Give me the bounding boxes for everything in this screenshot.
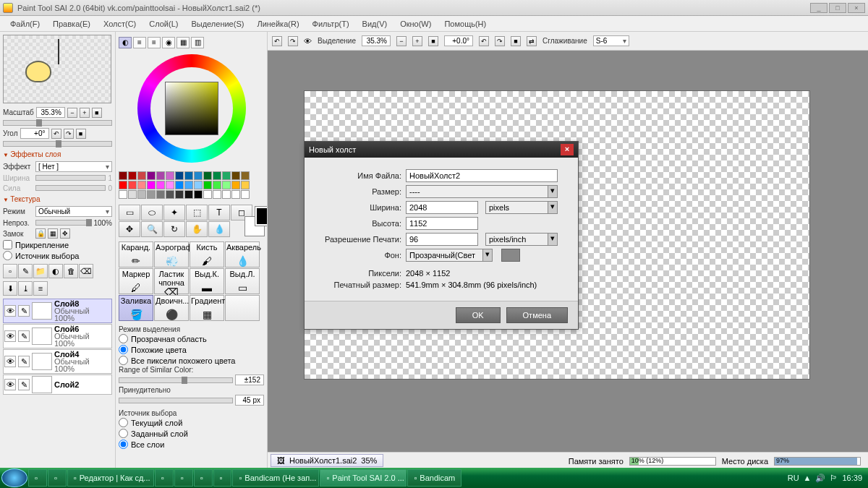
smoothing-dropdown[interactable]: S-6 <box>593 35 629 46</box>
edit-icon[interactable]: ✎ <box>18 330 30 342</box>
edit-icon[interactable]: ✎ <box>18 379 30 390</box>
swatch[interactable] <box>119 181 127 189</box>
toolbar-zoom[interactable]: 35.3% <box>362 35 391 46</box>
swatch[interactable] <box>175 181 184 189</box>
minimize-button[interactable]: _ <box>810 3 827 13</box>
rotate-reset-button[interactable]: ■ <box>76 129 86 139</box>
swatch[interactable] <box>147 181 156 189</box>
brush-Каранд.[interactable]: Каранд.✏ <box>119 241 153 267</box>
dialog-titlebar[interactable]: Новый холст × <box>305 142 578 158</box>
edit-icon[interactable]: ✎ <box>18 356 30 367</box>
undo-icon[interactable]: ↶ <box>272 36 282 46</box>
taskbar-item[interactable]: ▫Bandicam <box>407 469 461 487</box>
eyedropper-tool[interactable]: 💧 <box>208 221 230 237</box>
edit-icon[interactable]: ✎ <box>18 305 30 317</box>
document-tab[interactable]: 🖼НовыйХолст1.sai235% <box>271 454 383 467</box>
move-tool[interactable]: ✥ <box>119 221 140 237</box>
swatch[interactable] <box>166 181 174 189</box>
delete-layer-icon[interactable]: 🗑 <box>64 264 78 278</box>
brush-Выд.Л.[interactable]: Выд.Л.▭ <box>225 268 260 294</box>
navigator[interactable] <box>3 35 111 103</box>
new-folder-icon[interactable]: 📁 <box>33 264 48 278</box>
force-slider[interactable] <box>119 398 233 403</box>
rotate-cw-button[interactable]: ↷ <box>64 129 74 139</box>
taskbar-item[interactable]: ▫ <box>174 469 193 487</box>
close-button[interactable]: × <box>848 3 865 13</box>
swatch[interactable] <box>175 171 184 180</box>
taskbar-item[interactable]: ▫ <box>48 469 67 487</box>
layer-item[interactable]: 👁✎Слой8Обычный100% <box>3 299 112 323</box>
opacity-slider[interactable] <box>35 220 91 226</box>
layer-item[interactable]: 👁✎Слой2 <box>3 374 112 395</box>
swatch[interactable] <box>128 190 137 199</box>
swatch[interactable] <box>241 190 250 199</box>
zoom-reset-button[interactable]: ■ <box>92 108 102 118</box>
rotate-ccw-button[interactable]: ↶ <box>51 129 61 139</box>
layer-effects-header[interactable]: Эффекты слоя <box>3 148 112 160</box>
menu-ruler[interactable]: Линейка(R) <box>251 18 305 30</box>
menu-view[interactable]: Вид(V) <box>357 18 393 30</box>
rect-select-tool[interactable]: ▭ <box>119 205 140 221</box>
swatch[interactable] <box>166 171 174 180</box>
lock-all-icon[interactable]: 🔒 <box>35 228 46 239</box>
swatch[interactable] <box>156 181 165 189</box>
menu-filter[interactable]: Фильтр(T) <box>307 18 355 30</box>
color-wheel-icon[interactable]: ◐ <box>119 37 132 48</box>
swatch[interactable] <box>128 181 137 189</box>
text-tool[interactable]: T <box>208 205 230 221</box>
swatches-icon[interactable]: ▦ <box>176 37 190 48</box>
menu-layer[interactable]: Слой(L) <box>143 18 184 30</box>
zoom-out-button[interactable]: − <box>67 108 77 118</box>
selmode-transparent-radio[interactable] <box>119 334 128 343</box>
brush-Акварель[interactable]: Акварель💧 <box>225 241 260 267</box>
cancel-button[interactable]: Отмена <box>506 307 568 323</box>
swatch[interactable] <box>222 171 231 180</box>
visibility-icon[interactable]: 👁 <box>4 356 16 367</box>
move-sel-tool[interactable]: ⬚ <box>186 205 208 221</box>
color-fg-bg[interactable] <box>255 207 264 236</box>
ok-button[interactable]: OK <box>456 307 501 323</box>
width-input[interactable] <box>406 201 478 214</box>
swatch[interactable] <box>128 171 137 180</box>
toolbar-flip-icon[interactable]: ⇄ <box>527 36 537 46</box>
swatch[interactable] <box>147 171 156 180</box>
maximize-button[interactable]: □ <box>829 3 846 13</box>
visibility-icon[interactable]: 👁 <box>4 305 16 317</box>
selmode-allsimilar-radio[interactable] <box>119 356 128 365</box>
toolbar-angle[interactable]: +0.0° <box>444 35 473 46</box>
swatch[interactable] <box>194 190 203 199</box>
texture-header[interactable]: Текстура <box>3 193 112 205</box>
swatch[interactable] <box>241 171 250 180</box>
layer-item[interactable]: 👁✎Слой6Обычный100% <box>3 324 112 348</box>
clipping-checkbox[interactable] <box>3 240 12 249</box>
similar-range-slider[interactable] <box>119 377 233 383</box>
scale-value[interactable]: 35.3% <box>36 107 65 118</box>
angle-value[interactable]: +0° <box>20 128 49 139</box>
hand-tool[interactable]: ✋ <box>186 221 208 237</box>
toolbar-zoom-in[interactable]: + <box>412 36 422 46</box>
toolbar-rot-ccw[interactable]: ↶ <box>479 36 489 46</box>
lock-pixels-icon[interactable]: ▦ <box>48 228 58 239</box>
swatch[interactable] <box>203 181 212 189</box>
start-button[interactable] <box>1 468 27 487</box>
brush-Заливка[interactable]: Заливка🪣 <box>119 295 153 321</box>
swatch[interactable] <box>184 171 193 180</box>
transfer-down-icon[interactable]: ⤓ <box>18 281 33 296</box>
zoom-in-button[interactable]: + <box>80 108 90 118</box>
rgb-slider-icon[interactable]: ≡ <box>133 37 146 48</box>
swatch[interactable] <box>194 181 203 189</box>
brush-Кисть[interactable]: Кисть🖌 <box>190 241 224 267</box>
taskbar-item[interactable]: ▫ <box>28 469 47 487</box>
swatch[interactable] <box>119 190 127 199</box>
swatch[interactable] <box>241 181 250 189</box>
swatch[interactable] <box>175 190 184 199</box>
taskbar-item[interactable]: ▫ <box>213 469 232 487</box>
magic-wand-tool[interactable]: ✦ <box>163 205 185 221</box>
taskbar-item[interactable]: ▫Редактор | Как сд... <box>67 469 154 487</box>
swatch[interactable] <box>231 190 240 199</box>
toolbar-rot-reset[interactable]: ■ <box>511 36 521 46</box>
size-unit-dropdown[interactable]: pixels <box>485 201 558 214</box>
new-mask-icon[interactable]: ◐ <box>48 264 63 278</box>
clear-layer-icon[interactable]: ⌫ <box>79 264 93 278</box>
toolbar-rot-cw[interactable]: ↷ <box>495 36 505 46</box>
